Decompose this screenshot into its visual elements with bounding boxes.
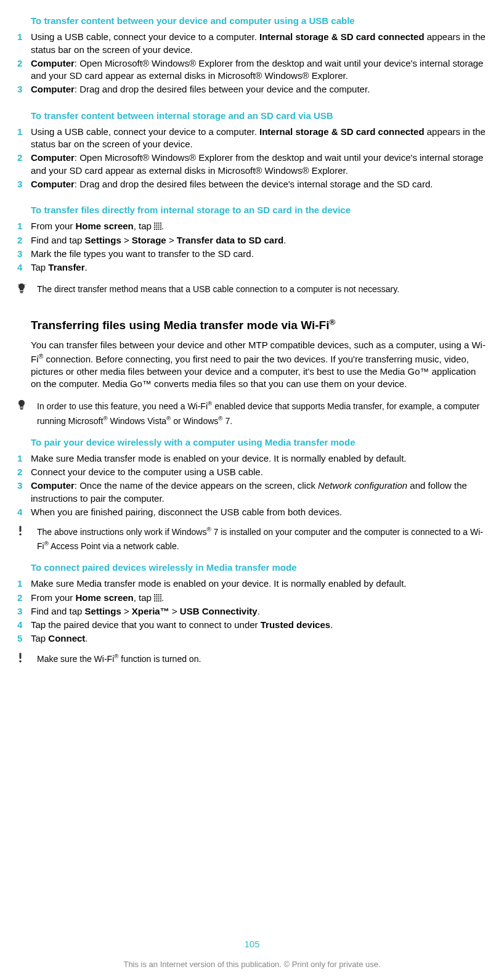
heading: To connect paired devices wirelessly in … [31,561,487,574]
step-text: Make sure Media transfer mode is enabled… [31,452,487,465]
step: 3 Mark the file types you want to transf… [17,248,487,260]
svg-rect-37 [154,600,155,602]
svg-rect-2 [158,223,160,224]
step: 3 Computer: Drag and drop the desired fi… [17,83,487,96]
svg-rect-28 [160,594,161,595]
lightbulb-icon [17,399,37,427]
svg-rect-12 [154,229,155,230]
footer-note: This is an Internet version of this publ… [0,959,504,970]
svg-rect-1 [156,223,157,224]
step-text: Mark the file types you want to transfer… [31,248,487,260]
step-number: 3 [17,480,31,505]
svg-rect-29 [154,596,155,597]
svg-rect-15 [160,229,161,230]
svg-rect-6 [158,225,160,226]
step-text: Find and tap Settings > Storage > Transf… [31,234,487,247]
step: 1 Using a USB cable, connect your device… [17,31,487,56]
svg-rect-9 [156,227,157,228]
svg-rect-23 [20,526,22,532]
svg-rect-21 [20,407,23,409]
svg-rect-22 [20,409,23,410]
svg-rect-34 [156,598,157,599]
svg-line-19 [18,284,19,285]
step-text: From your Home screen, tap . [31,592,487,604]
step-text: Tap Transfer. [31,261,487,274]
svg-rect-10 [158,227,160,228]
step-text: Computer: Once the name of the device ap… [31,480,487,505]
heading: To transfer content between internal sto… [31,110,487,122]
step-number: 3 [17,83,31,96]
heading: To transfer files directly from internal… [31,204,487,216]
step-number: 3 [17,178,31,190]
step-text: Tap the paired device that you want to c… [31,619,487,631]
exclamation-icon [17,651,37,666]
svg-rect-13 [156,229,157,230]
step-text: Computer: Open Microsoft® Windows® Explo… [31,152,487,177]
step-number: 2 [17,57,31,83]
step-number: 4 [17,619,31,631]
svg-rect-35 [158,598,160,599]
tip-text: The above instructions only work if Wind… [37,525,487,553]
svg-rect-31 [158,596,160,597]
svg-rect-14 [158,229,160,230]
step: 2 Connect your device to the computer us… [17,466,487,478]
step: 1 Using a USB cable, connect your device… [17,126,487,151]
svg-rect-33 [154,598,155,599]
step-number: 4 [17,506,31,518]
page-number: 105 [0,938,504,950]
svg-rect-11 [160,227,161,228]
tip-text: In order to use this feature, you need a… [37,399,487,427]
step-text: Computer: Open Microsoft® Windows® Explo… [31,57,487,83]
svg-rect-8 [154,227,155,228]
step-text: Using a USB cable, connect your device t… [31,126,487,151]
svg-rect-26 [156,594,157,595]
svg-point-42 [19,660,22,663]
svg-line-20 [24,284,25,285]
step-text: From your Home screen, tap . [31,220,487,232]
step: 5 Tap Connect. [17,632,487,645]
step-text: Tap Connect. [31,632,487,645]
step-number: 2 [17,152,31,177]
step-number: 2 [17,466,31,478]
lightbulb-icon [17,282,37,296]
step-text: Find and tap Settings > Xperia™ > USB Co… [31,605,487,618]
heading: To pair your device wirelessly with a co… [31,436,487,449]
step-number: 4 [17,261,31,274]
step-number: 2 [17,592,31,604]
step: 4 Tap Transfer. [17,261,487,274]
svg-rect-36 [160,598,161,599]
step: 3 Find and tap Settings > Xperia™ > USB … [17,605,487,618]
svg-point-24 [19,533,22,536]
section-title: Transferring files using Media transfer … [31,317,487,333]
svg-rect-39 [158,600,160,602]
warning: The above instructions only work if Wind… [17,525,487,553]
step-number: 3 [17,605,31,618]
svg-rect-38 [156,600,157,602]
svg-rect-17 [20,292,23,293]
step-number: 2 [17,234,31,247]
step-text: Make sure Media transfer mode is enabled… [31,578,487,590]
step: 2 From your Home screen, tap . [17,592,487,604]
tip: The direct transfer method means that a … [17,282,487,296]
svg-rect-3 [160,223,161,224]
svg-rect-32 [160,596,161,597]
step-text: Using a USB cable, connect your device t… [31,31,487,56]
tip: In order to use this feature, you need a… [17,399,487,427]
tip-text: The direct transfer method means that a … [37,282,487,296]
step: 4 When you are finished pairing, disconn… [17,506,487,518]
svg-rect-5 [156,225,157,226]
step: 3 Computer: Once the name of the device … [17,480,487,505]
step-text: Computer: Drag and drop the desired file… [31,83,487,96]
svg-rect-16 [20,291,23,292]
apps-icon [154,592,161,600]
step-number: 3 [17,248,31,260]
svg-rect-0 [154,223,155,224]
step: 4 Tap the paired device that you want to… [17,619,487,631]
tip-text: Make sure the Wi-Fi® function is turned … [37,651,487,666]
step-text: Connect your device to the computer usin… [31,466,487,478]
svg-rect-25 [154,594,155,595]
warning: Make sure the Wi-Fi® function is turned … [17,651,487,666]
svg-rect-27 [158,594,160,595]
apps-icon [154,221,161,228]
step-number: 5 [17,632,31,645]
